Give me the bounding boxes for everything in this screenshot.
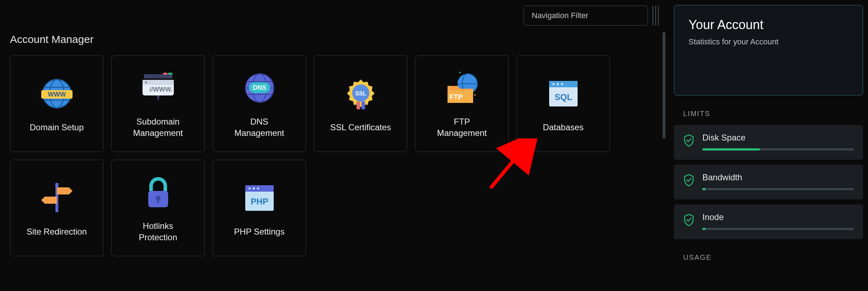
limits-heading: LIMITS [683,110,854,118]
card-label: Site Redirection [27,226,87,237]
svg-rect-7 [163,73,167,75]
card-domain-setup[interactable]: WWW Domain Setup [10,55,103,152]
card-label: SSL Certificates [330,122,391,133]
card-label: PHP Settings [234,226,284,237]
card-site-redirection[interactable]: Site Redirection [10,160,103,256]
progress-track [702,188,854,190]
php-window-icon: PHP [240,179,279,218]
shield-check-icon [683,174,695,187]
progress-fill [702,228,706,230]
svg-text:SQL: SQL [554,92,572,102]
card-subdomain-management[interactable]: //WWW. Subdomain Management [111,55,205,152]
card-hotlinks-protection[interactable]: Hotlinks Protection [111,160,205,256]
limit-label: Disk Space [702,133,854,143]
progress-track [702,228,854,230]
card-ftp-management[interactable]: FTP FTP Management [415,55,509,152]
svg-rect-19 [361,101,365,109]
svg-point-27 [561,83,563,85]
account-manager-grid: WWW Domain Setup //WWW. [10,55,614,256]
ssl-badge-icon: SSL [341,74,380,113]
card-label: Domain Setup [30,122,84,133]
your-account-panel: Your Account Statistics for your Account [674,5,863,95]
globe-www-icon: WWW [37,74,76,113]
svg-text:PHP: PHP [251,197,268,206]
progress-fill [702,188,706,190]
svg-point-37 [253,187,255,190]
padlock-icon [139,173,178,212]
limit-label: Bandwidth [702,172,854,182]
card-php-settings[interactable]: PHP PHP Settings [213,160,306,256]
card-label: Hotlinks Protection [139,220,177,243]
svg-point-30 [55,183,59,186]
card-dns-management[interactable]: DNS DNS Management [213,55,306,152]
svg-text://WWW.: //WWW. [149,86,172,93]
shield-check-icon [683,134,695,147]
svg-rect-8 [168,73,172,75]
svg-point-11 [145,81,147,83]
card-label: Subdomain Management [133,116,183,139]
shield-check-icon [683,214,695,226]
limit-label: Inode [702,212,854,222]
card-label: FTP Management [437,116,487,139]
svg-point-26 [557,83,559,85]
svg-text:DNS: DNS [252,84,266,91]
svg-rect-18 [357,101,360,109]
card-ssl-certificates[interactable]: SSL SSL Certificates [314,55,407,152]
svg-rect-33 [157,198,159,203]
navigation-filter-input[interactable] [524,6,648,26]
signpost-icon [37,179,76,218]
svg-point-25 [552,83,554,85]
ftp-folder-icon: FTP [443,68,482,108]
svg-text:WWW: WWW [48,91,66,98]
limit-disk-space[interactable]: Disk Space [674,125,863,160]
sidebar-subtitle: Statistics for your Account [688,37,848,46]
scrollbar-thumb[interactable] [663,32,665,138]
card-label: DNS Management [234,116,284,139]
svg-rect-10 [143,80,174,85]
progress-track [702,148,854,150]
svg-text:SSL: SSL [355,90,366,97]
section-title: Account Manager [10,33,659,45]
sidebar-title: Your Account [688,17,848,32]
browser-www-icon: //WWW. [139,68,178,108]
progress-fill [702,148,760,150]
dns-globe-icon: DNS [240,68,279,108]
limit-bandwidth[interactable]: Bandwidth [674,165,863,199]
svg-text:FTP: FTP [449,93,463,101]
svg-point-36 [248,187,251,190]
svg-point-38 [257,187,259,190]
card-databases[interactable]: SQL Databases [516,55,610,152]
drag-handle-icon[interactable] [652,6,659,26]
card-label: Databases [543,122,584,133]
usage-heading: USAGE [683,253,854,262]
sql-window-icon: SQL [544,74,583,113]
svg-rect-6 [144,74,172,78]
limit-inode[interactable]: Inode [674,204,863,239]
